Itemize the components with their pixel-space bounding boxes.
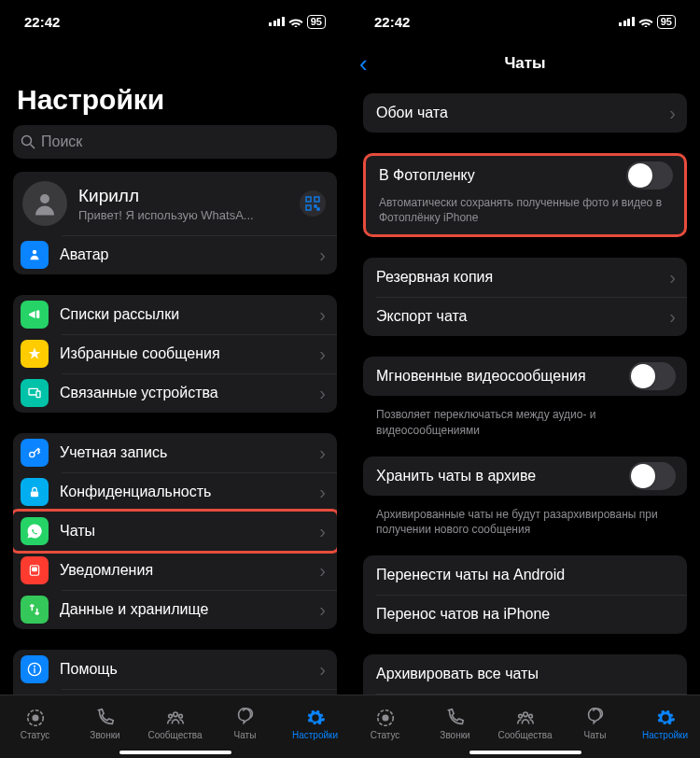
svg-point-20	[173, 712, 177, 717]
move-iphone-row[interactable]: Перенос чатов на iPhone	[363, 595, 687, 634]
qr-button[interactable]	[300, 190, 326, 217]
chevron-right-icon: ›	[319, 383, 326, 404]
info-icon	[21, 655, 49, 683]
instant-video-toggle[interactable]	[629, 362, 676, 390]
avatar-row[interactable]: Аватар ›	[13, 235, 337, 274]
status-time: 22:42	[24, 14, 60, 30]
save-camera-roll-row[interactable]: В Фотопленку	[366, 156, 684, 195]
calls-icon	[93, 708, 118, 728]
megaphone-icon	[21, 301, 49, 329]
move-android-row[interactable]: Перенести чаты на Android	[363, 555, 687, 595]
settings-icon	[303, 708, 328, 728]
calls-icon	[443, 708, 468, 728]
keep-archived-toggle[interactable]	[629, 462, 676, 490]
svg-rect-7	[317, 208, 319, 210]
group-3: Помощь › Рассказать другу ›	[13, 650, 337, 695]
svg-point-8	[33, 250, 37, 255]
status-time: 22:42	[374, 14, 410, 30]
chevron-right-icon: ›	[319, 304, 326, 326]
settings-icon	[653, 708, 678, 728]
chevron-right-icon: ›	[319, 659, 326, 681]
group-1: Списки рассылки › Избранные сообщения › …	[13, 295, 337, 413]
profile-card: Кирилл Привет! Я использую WhatsA... Ава…	[13, 172, 337, 274]
settings-content: Настройки Поиск Кирилл Привет! Я использ…	[0, 43, 350, 695]
wifi-icon	[638, 16, 653, 27]
move-card: Перенести чаты на Android Перенос чатов …	[363, 555, 687, 634]
cellular-icon	[269, 17, 285, 26]
status-bar: 22:42 95	[350, 0, 700, 43]
linked-devices-row[interactable]: Связанные устройства ›	[13, 373, 337, 413]
avatar	[22, 181, 67, 226]
all-chats-card: Архивировать все чаты Очистить все чаты …	[363, 654, 687, 695]
phone-left: 22:42 95 Настройки Поиск Кирилл Привет! …	[0, 0, 350, 758]
svg-rect-3	[306, 197, 311, 202]
bell-icon	[21, 556, 49, 584]
svg-point-0	[22, 136, 32, 146]
phone-right: 22:42 95 ‹ Чаты Обои чата › В Фотопленку…	[350, 0, 700, 758]
svg-point-2	[40, 194, 49, 204]
archive-all-row[interactable]: Архивировать все чаты	[363, 654, 687, 694]
tab-communities[interactable]: Сообщества	[140, 695, 210, 758]
star-icon	[21, 340, 49, 368]
page-title: Настройки	[17, 84, 337, 116]
search-input[interactable]: Поиск	[13, 125, 337, 159]
export-chat-row[interactable]: Экспорт чата ›	[363, 297, 687, 336]
profile-name: Кирилл	[78, 186, 300, 206]
svg-point-21	[168, 714, 172, 718]
chevron-right-icon: ›	[319, 521, 326, 542]
tab-chats[interactable]: Чаты	[560, 695, 630, 758]
arrows-icon	[21, 596, 49, 624]
instant-video-row[interactable]: Мгновенные видеосообщения	[363, 357, 687, 396]
status-icon	[23, 708, 48, 728]
avatar-icon	[21, 241, 49, 269]
account-row[interactable]: Учетная запись ›	[13, 433, 337, 472]
notifications-row[interactable]: Уведомления ›	[13, 551, 337, 590]
wallpaper-row[interactable]: Обои чата ›	[363, 93, 687, 133]
battery-icon: 95	[307, 15, 326, 29]
group-2: Учетная запись › Конфиденциальность › Ча…	[13, 433, 337, 629]
storage-row[interactable]: Данные и хранилище ›	[13, 590, 337, 629]
tab-calls[interactable]: Звонки	[420, 695, 490, 758]
tab-calls[interactable]: Звонки	[70, 695, 140, 758]
home-indicator	[119, 751, 231, 754]
broadcast-lists-row[interactable]: Списки рассылки ›	[13, 295, 337, 334]
chats-row[interactable]: Чаты ›	[13, 512, 337, 551]
chevron-right-icon: ›	[669, 267, 676, 288]
camera-roll-card: В Фотопленку Автоматически сохранять пол…	[363, 153, 687, 237]
chevron-right-icon: ›	[669, 103, 676, 124]
tab-status[interactable]: Статус	[0, 695, 70, 758]
instant-video-desc: Позволяет переключаться между аудио- и в…	[363, 401, 687, 437]
search-icon	[21, 134, 35, 149]
backup-row[interactable]: Резервная копия ›	[363, 258, 687, 297]
tab-settings[interactable]: Настройки	[280, 695, 350, 758]
tab-settings[interactable]: Настройки	[630, 695, 700, 758]
svg-point-24	[383, 715, 388, 721]
tab-status[interactable]: Статус	[350, 695, 420, 758]
chats-icon	[233, 708, 258, 728]
key-icon	[21, 439, 49, 467]
starred-messages-row[interactable]: Избранные сообщения ›	[13, 334, 337, 373]
svg-point-11	[30, 452, 35, 456]
profile-row[interactable]: Кирилл Привет! Я использую WhatsA...	[13, 172, 337, 235]
privacy-row[interactable]: Конфиденциальность ›	[13, 472, 337, 512]
keep-archived-row[interactable]: Хранить чаты в архиве	[363, 456, 687, 496]
communities-icon	[513, 708, 538, 728]
back-button[interactable]: ‹	[359, 51, 368, 76]
chats-settings-content: Обои чата › В Фотопленку Автоматически с…	[350, 84, 700, 695]
tab-bar: Статус Звонки Сообщества Чаты Настройки	[350, 695, 700, 758]
tab-chats[interactable]: Чаты	[210, 695, 280, 758]
help-row[interactable]: Помощь ›	[13, 650, 337, 689]
tab-communities[interactable]: Сообщества	[490, 695, 560, 758]
status-icon	[373, 708, 398, 728]
profile-status: Привет! Я использую WhatsA...	[78, 208, 300, 222]
nav-header: ‹ Чаты	[350, 43, 700, 84]
nav-title: Чаты	[504, 54, 545, 73]
svg-point-19	[33, 715, 38, 721]
svg-point-26	[518, 714, 522, 718]
battery-icon: 95	[657, 15, 676, 29]
communities-icon	[163, 708, 188, 728]
svg-point-16	[34, 666, 35, 667]
wifi-icon	[288, 16, 303, 27]
camera-roll-toggle[interactable]	[626, 161, 673, 190]
svg-point-22	[178, 714, 182, 718]
